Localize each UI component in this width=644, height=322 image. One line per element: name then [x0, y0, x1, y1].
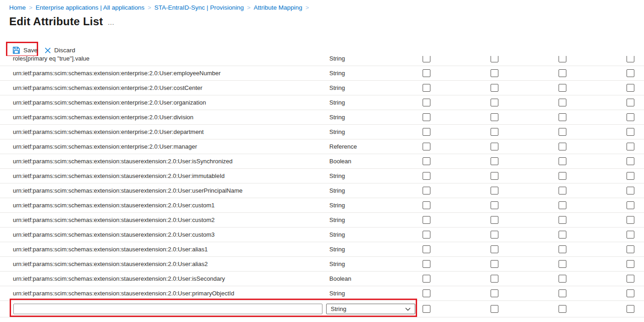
attribute-name: urn:ietf:params:scim:schemas:extension:s… [0, 261, 329, 267]
attribute-checkbox[interactable] [491, 245, 498, 253]
attribute-checkbox[interactable] [423, 56, 430, 62]
attribute-checkbox[interactable] [627, 99, 634, 106]
attribute-checkbox[interactable] [491, 305, 498, 313]
attribute-checkbox[interactable] [423, 187, 430, 194]
attribute-checkbox[interactable] [627, 231, 634, 239]
attribute-checkbox[interactable] [627, 172, 634, 180]
attribute-checkbox[interactable] [491, 84, 498, 92]
attribute-type: String [329, 261, 423, 267]
attribute-checkbox[interactable] [559, 289, 566, 297]
attribute-checkbox[interactable] [627, 201, 634, 209]
breadcrumb-link[interactable]: STA-EntraID-Sync | Provisioning [154, 4, 244, 11]
attribute-checkbox[interactable] [491, 157, 498, 165]
attribute-checkbox[interactable] [423, 289, 430, 297]
attribute-checkbox[interactable] [423, 201, 430, 209]
chevron-down-icon [405, 307, 411, 311]
attribute-checkbox[interactable] [559, 84, 566, 92]
table-row: urn:ietf:params:scim:schemas:extension:s… [0, 286, 644, 301]
attribute-checkbox[interactable] [627, 275, 634, 283]
attribute-checkbox[interactable] [559, 201, 566, 209]
attribute-checkbox[interactable] [423, 113, 430, 121]
attribute-checkbox[interactable] [559, 231, 566, 239]
attribute-checkbox[interactable] [491, 231, 498, 239]
breadcrumb: Home>Enterprise applications | All appli… [9, 4, 312, 11]
attribute-checkbox[interactable] [559, 245, 566, 253]
attribute-checkbox[interactable] [627, 69, 634, 77]
attribute-checkbox[interactable] [423, 69, 430, 77]
attribute-checkbox[interactable] [627, 113, 634, 121]
attribute-checkbox[interactable] [627, 289, 634, 297]
attribute-checkbox[interactable] [559, 305, 566, 313]
table-row: urn:ietf:params:scim:schemas:extension:e… [0, 66, 644, 81]
discard-button[interactable]: Discard [45, 43, 75, 57]
attribute-type: String [329, 128, 423, 135]
table-row: urn:ietf:params:scim:schemas:extension:s… [0, 242, 644, 257]
attribute-checkbox[interactable] [627, 56, 634, 62]
table-row: urn:ietf:params:scim:schemas:extension:s… [0, 257, 644, 272]
attribute-checkbox[interactable] [491, 99, 498, 106]
attribute-checkbox[interactable] [627, 260, 634, 268]
attribute-checkbox[interactable] [559, 172, 566, 180]
attribute-checkbox[interactable] [491, 113, 498, 121]
attribute-type: String [329, 231, 423, 238]
attribute-checkbox[interactable] [491, 143, 498, 150]
attribute-checkbox[interactable] [423, 128, 430, 136]
attribute-type: String [329, 290, 423, 297]
attribute-checkbox[interactable] [627, 216, 634, 224]
attribute-checkbox[interactable] [491, 275, 498, 283]
attribute-checkbox[interactable] [559, 69, 566, 77]
attribute-checkbox[interactable] [559, 275, 566, 283]
attribute-checkbox[interactable] [559, 56, 566, 62]
breadcrumb-link[interactable]: Enterprise applications | All applicatio… [36, 4, 145, 11]
attribute-checkbox[interactable] [559, 99, 566, 106]
save-button[interactable]: Save [12, 43, 38, 57]
new-attribute-name-input[interactable] [13, 304, 322, 314]
attribute-type: Boolean [329, 158, 423, 165]
attribute-checkbox[interactable] [559, 143, 566, 150]
attribute-checkbox[interactable] [559, 187, 566, 194]
page-title: Edit Attribute List [9, 15, 103, 28]
attribute-checkbox[interactable] [491, 260, 498, 268]
new-attribute-type-select[interactable]: String [326, 304, 415, 314]
breadcrumb-link[interactable]: Home [9, 4, 26, 11]
attribute-checkbox[interactable] [423, 99, 430, 106]
attribute-checkbox[interactable] [559, 113, 566, 121]
attribute-checkbox[interactable] [423, 216, 430, 224]
attribute-checkbox[interactable] [559, 157, 566, 165]
type-select-value: String [331, 305, 346, 312]
attribute-checkbox[interactable] [423, 245, 430, 253]
attribute-checkbox[interactable] [491, 216, 498, 224]
attribute-checkbox[interactable] [423, 143, 430, 150]
attribute-name: urn:ietf:params:scim:schemas:extension:e… [0, 70, 329, 77]
attribute-checkbox[interactable] [627, 305, 634, 313]
breadcrumb-link[interactable]: Attribute Mapping [254, 4, 302, 11]
attribute-checkbox[interactable] [423, 84, 430, 92]
attribute-checkbox[interactable] [627, 245, 634, 253]
attribute-checkbox[interactable] [423, 275, 430, 283]
attribute-checkbox[interactable] [559, 260, 566, 268]
edit-attribute-list-page: Home>Enterprise applications | All appli… [0, 0, 644, 322]
attribute-checkbox[interactable] [491, 69, 498, 77]
attribute-checkbox[interactable] [627, 128, 634, 136]
attribute-checkbox[interactable] [627, 187, 634, 194]
attribute-checkbox[interactable] [423, 305, 430, 313]
attribute-checkbox[interactable] [491, 172, 498, 180]
attribute-checkbox[interactable] [559, 216, 566, 224]
attribute-checkbox[interactable] [491, 56, 498, 62]
attribute-checkbox[interactable] [491, 128, 498, 136]
attribute-checkbox[interactable] [423, 260, 430, 268]
attribute-checkbox[interactable] [627, 84, 634, 92]
attribute-checkbox[interactable] [559, 128, 566, 136]
table-row: urn:ietf:params:scim:schemas:extension:e… [0, 125, 644, 139]
attribute-checkbox[interactable] [491, 289, 498, 297]
attribute-type: String [329, 187, 423, 194]
attribute-checkbox[interactable] [423, 231, 430, 239]
attribute-checkbox[interactable] [627, 157, 634, 165]
attribute-checkbox[interactable] [491, 201, 498, 209]
more-options-button[interactable]: … [107, 18, 115, 26]
attribute-checkbox[interactable] [423, 172, 430, 180]
attribute-checkbox[interactable] [423, 157, 430, 165]
attribute-checkbox[interactable] [627, 143, 634, 150]
attribute-type: String [329, 172, 423, 179]
attribute-checkbox[interactable] [491, 187, 498, 194]
